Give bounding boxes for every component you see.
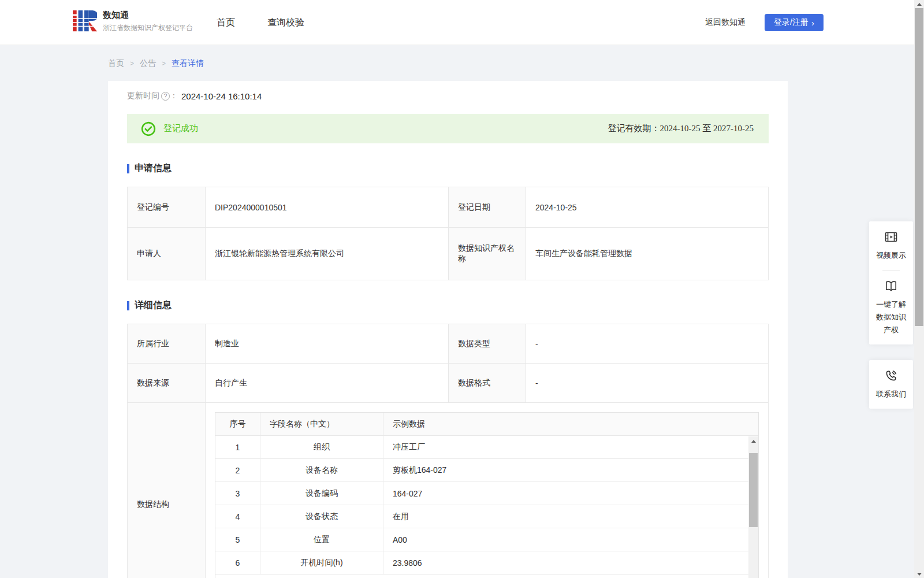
breadcrumb-separator: >: [162, 60, 166, 68]
update-time-value: 2024-10-24 16:10:14: [181, 91, 262, 101]
breadcrumb-home[interactable]: 首页: [108, 58, 124, 69]
row-index: 4: [215, 505, 260, 528]
back-to-portal-link[interactable]: 返回数知通: [705, 17, 746, 28]
row-field-name: 设备状态: [260, 505, 383, 528]
registration-success-banner: 登记成功 登记有效期：2024-10-25 至 2027-10-25: [127, 114, 769, 143]
registration-status-text: 登记成功: [163, 123, 198, 134]
apply-value-dip-name: 车间生产设备能耗管理数据: [526, 228, 768, 280]
structure-table-body: 1 组织 冲压工厂 2 设备名称 剪板机164-027 3 设备编码 164-0…: [215, 436, 748, 575]
video-icon: [884, 230, 898, 244]
structure-col-index: 序号: [215, 413, 260, 435]
row-index: 6: [215, 551, 260, 574]
page-scrollbar[interactable]: [914, 0, 924, 578]
sidebar-item-contact[interactable]: 联系我们: [875, 369, 907, 401]
brand-logo[interactable]: 数知通 浙江省数据知识产权登记平台: [73, 10, 193, 33]
check-circle-icon: [141, 121, 156, 136]
update-time-label: 更新时间: [127, 91, 159, 101]
row-sample: 164-027: [383, 482, 748, 505]
sidebar-card-top: 视频展示 一键了解数据知识产权: [869, 221, 913, 344]
row-index: 5: [215, 528, 260, 551]
table-row: 6 开机时间(h) 23.9806: [215, 551, 748, 575]
detail-value-data-source: 自行产生: [206, 364, 449, 403]
top-header: 数知通 浙江省数据知识产权登记平台 首页 查询校验 返回数知通 登录/注册 ›: [0, 0, 924, 45]
login-register-button[interactable]: 登录/注册 ›: [765, 14, 824, 31]
structure-table-scrollbar[interactable]: [748, 436, 758, 578]
structure-table-header: 序号 字段名称（中文） 示例数据: [215, 413, 758, 436]
floating-sidebar: 视频展示 一键了解数据知识产权 联系我们: [869, 221, 913, 409]
breadcrumb-separator: >: [130, 60, 134, 68]
nav-item-verify[interactable]: 查询校验: [267, 17, 304, 29]
row-field-name: 组织: [260, 436, 383, 458]
apply-value-reg-no: DIP2024000010501: [206, 187, 449, 228]
sidebar-item-label: 一键了解数据知识产权: [875, 298, 907, 336]
row-field-name: 开机时间(h): [260, 551, 383, 574]
apply-section-title: 申请信息: [127, 162, 769, 175]
table-row: 2 设备名称 剪板机164-027: [215, 459, 748, 482]
structure-col-sample: 示例数据: [383, 413, 758, 435]
row-sample: 23.9806: [383, 551, 748, 574]
sidebar-card-contact: 联系我们: [869, 360, 913, 409]
brand-name: 数知通: [103, 10, 193, 21]
row-index: 2: [215, 459, 260, 481]
login-button-label: 登录/注册: [774, 17, 808, 28]
table-row: 1 组织 冲压工厂: [215, 436, 748, 459]
row-index: 3: [215, 482, 260, 505]
breadcrumb-announcements[interactable]: 公告: [140, 58, 156, 69]
chevron-right-icon: ›: [811, 18, 814, 27]
update-time-row: 更新时间 ? ： 2024-10-24 16:10:14: [127, 91, 769, 101]
header-right: 返回数知通 登录/注册 ›: [705, 0, 824, 45]
row-index: 1: [215, 436, 260, 458]
scroll-down-arrow-icon[interactable]: [914, 570, 924, 578]
table-row: 3 设备编码 164-027: [215, 482, 748, 505]
update-time-colon: ：: [170, 91, 178, 101]
detail-section-title: 详细信息: [127, 299, 769, 312]
breadcrumb: 首页 > 公告 > 查看详情: [108, 58, 204, 69]
validity-period-text: 登记有效期：2024-10-25 至 2027-10-25: [608, 123, 754, 134]
structure-col-field-name: 字段名称（中文）: [260, 413, 383, 435]
row-field-name: 设备编码: [260, 482, 383, 505]
row-sample: 剪板机164-027: [383, 459, 748, 481]
breadcrumb-current: 查看详情: [172, 58, 204, 69]
brand-subtitle: 浙江省数据知识产权登记平台: [103, 23, 193, 33]
detail-value-data-type: -: [526, 324, 768, 364]
detail-label-data-structure: 数据结构: [128, 403, 206, 578]
row-sample: 冲压工厂: [383, 436, 748, 458]
apply-value-applicant: 浙江银轮新能源热管理系统有限公司: [206, 228, 449, 280]
section-accent-bar: [127, 164, 129, 173]
detail-value-industry: 制造业: [206, 324, 449, 364]
apply-section-title-text: 申请信息: [135, 162, 172, 175]
detail-label-data-format: 数据格式: [449, 364, 526, 403]
scroll-up-arrow-icon[interactable]: [914, 0, 924, 8]
sidebar-item-guide[interactable]: 一键了解数据知识产权: [875, 279, 907, 336]
data-structure-cell: 序号 字段名称（中文） 示例数据 1 组织 冲压工厂 2 设备名称 剪板机164…: [206, 403, 768, 578]
sidebar-item-label: 视频展示: [875, 249, 907, 262]
nav-item-home[interactable]: 首页: [217, 17, 235, 29]
detail-label-industry: 所属行业: [128, 324, 206, 364]
phone-icon: [884, 369, 898, 383]
book-icon: [884, 279, 898, 293]
apply-info-table: 登记编号 DIP2024000010501 登记日期 2024-10-25 申请…: [127, 187, 769, 280]
row-sample: A00: [383, 528, 748, 551]
table-row: 4 设备状态 在用: [215, 505, 748, 528]
page-scrollbar-thumb[interactable]: [915, 8, 923, 326]
scroll-up-arrow-icon[interactable]: [748, 436, 758, 446]
structure-scrollbar-thumb[interactable]: [749, 453, 758, 527]
main-nav: 首页 查询校验: [217, 0, 304, 45]
detail-card: 更新时间 ? ： 2024-10-24 16:10:14 登记成功 登记有效期：…: [108, 81, 788, 578]
detail-label-data-type: 数据类型: [449, 324, 526, 364]
detail-section-title-text: 详细信息: [135, 299, 172, 312]
sidebar-divider: [882, 270, 900, 271]
detail-label-data-source: 数据来源: [128, 364, 206, 403]
sidebar-item-video[interactable]: 视频展示: [875, 230, 907, 262]
detail-info-table: 所属行业 制造业 数据类型 - 数据来源 自行产生 数据格式 - 数据结构 序号…: [127, 324, 769, 578]
apply-label-reg-date: 登记日期: [449, 187, 526, 228]
section-accent-bar: [127, 301, 129, 310]
dataip-logo-icon: [73, 10, 97, 33]
row-field-name: 设备名称: [260, 459, 383, 481]
apply-label-reg-no: 登记编号: [128, 187, 206, 228]
detail-value-data-format: -: [526, 364, 768, 403]
apply-label-dip-name: 数据知识产权名称: [449, 228, 526, 280]
help-icon[interactable]: ?: [161, 92, 170, 101]
apply-value-reg-date: 2024-10-25: [526, 187, 768, 228]
row-field-name: 位置: [260, 528, 383, 551]
